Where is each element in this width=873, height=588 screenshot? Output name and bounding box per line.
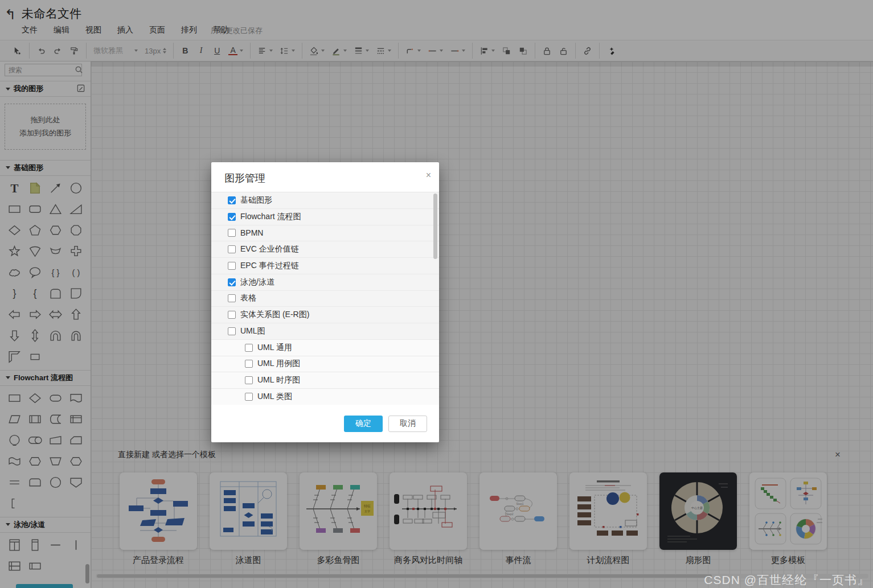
checkbox[interactable] [228, 262, 236, 270]
dialog-scrollbar-thumb[interactable] [433, 194, 437, 259]
cancel-button[interactable]: 取消 [388, 416, 427, 432]
category-row[interactable]: 泳池/泳道 [211, 274, 439, 291]
shape-category-list: 基础图形Flowchart 流程图BPMNEVC 企业价值链EPC 事件过程链泳… [211, 192, 439, 405]
category-row[interactable]: UML 时序图 [211, 372, 439, 389]
category-row[interactable]: BPMN [211, 225, 439, 242]
checkbox[interactable] [228, 294, 236, 302]
category-label: UML图 [240, 326, 265, 336]
checkbox[interactable] [228, 327, 236, 335]
category-label: UML 时序图 [257, 375, 300, 385]
checkbox[interactable] [228, 229, 236, 237]
category-label: UML 用例图 [257, 359, 300, 369]
dialog-title: 图形管理 [224, 171, 265, 185]
checkbox-checked[interactable] [228, 213, 236, 221]
checkbox[interactable] [245, 344, 253, 352]
category-label: EPC 事件过程链 [240, 261, 299, 271]
ok-button[interactable]: 确定 [344, 416, 383, 432]
category-row[interactable]: UML 用例图 [211, 356, 439, 373]
category-row[interactable]: UML图 [211, 323, 439, 340]
checkbox[interactable] [245, 393, 253, 401]
category-row[interactable]: 表格 [211, 291, 439, 307]
checkbox[interactable] [245, 360, 253, 368]
category-row[interactable]: 基础图形 [211, 192, 439, 209]
category-row[interactable]: 实体关系图 (E-R图) [211, 307, 439, 323]
checkbox-checked[interactable] [228, 278, 236, 286]
category-label: UML 通用 [257, 343, 292, 353]
category-row[interactable]: EVC 企业价值链 [211, 241, 439, 258]
category-row[interactable]: UML 类图 [211, 389, 439, 405]
category-label: Flowchart 流程图 [240, 212, 301, 222]
category-row[interactable]: EPC 事件过程链 [211, 258, 439, 274]
checkbox[interactable] [228, 311, 236, 319]
dialog-close-icon[interactable]: × [426, 170, 431, 180]
checkbox-checked[interactable] [228, 196, 236, 204]
category-label: EVC 企业价值链 [240, 244, 299, 254]
shape-manager-dialog: 图形管理 × 基础图形Flowchart 流程图BPMNEVC 企业价值链EPC… [211, 162, 439, 442]
checkbox[interactable] [228, 245, 236, 253]
app-root: ↰ 未命名文件 文件编辑视图插入页面排列帮助 所有更改已保存 微软雅黑13pxB… [0, 0, 873, 588]
category-label: BPMN [240, 228, 263, 237]
checkbox[interactable] [245, 376, 253, 384]
category-row[interactable]: UML 通用 [211, 340, 439, 356]
watermark: CSDN @百世经纶『一页书』 [704, 572, 870, 588]
category-label: 表格 [240, 293, 256, 303]
category-label: UML 类图 [257, 392, 292, 402]
category-label: 基础图形 [240, 195, 272, 205]
category-label: 泳池/泳道 [240, 277, 274, 287]
category-label: 实体关系图 (E-R图) [240, 310, 309, 320]
category-row[interactable]: Flowchart 流程图 [211, 209, 439, 225]
